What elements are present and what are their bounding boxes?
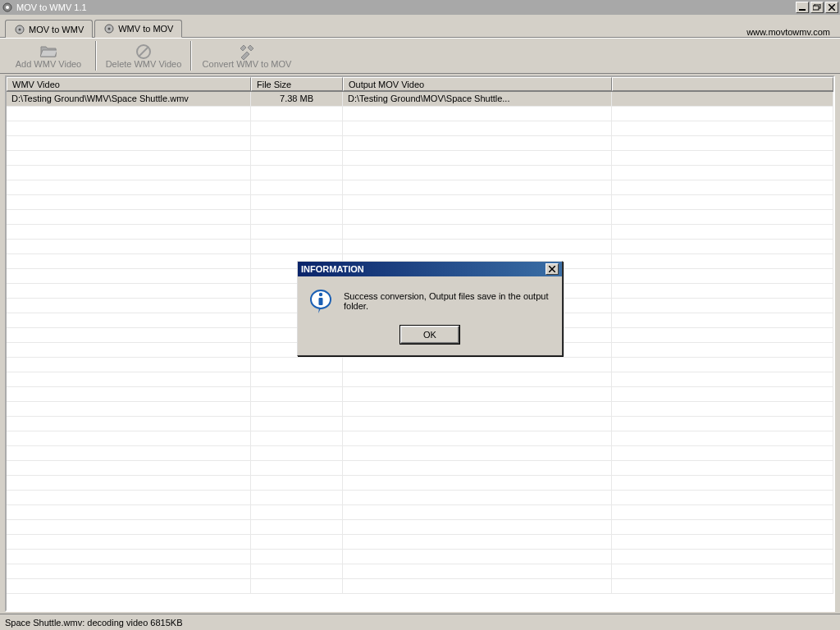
minimize-button[interactable]: [796, 2, 809, 13]
cell: [251, 136, 343, 150]
table-row: [7, 550, 833, 564]
table-row: [7, 372, 833, 387]
cell: [251, 372, 343, 386]
cell: [251, 402, 343, 416]
cell: [343, 535, 612, 549]
cell: [7, 151, 251, 165]
cell: [343, 180, 612, 194]
cell: [612, 461, 833, 475]
cell: [612, 476, 833, 490]
column-header-file-size[interactable]: File Size: [251, 77, 343, 91]
reel-icon: [14, 24, 25, 35]
cell: [343, 225, 612, 239]
cell: [251, 195, 343, 209]
cell: [612, 358, 833, 372]
cell: [251, 210, 343, 224]
dialog-body: Success conversion, Output files save in…: [298, 276, 562, 319]
cell: [612, 535, 833, 549]
delete-wmv-button[interactable]: Delete WMV Video: [98, 39, 189, 72]
cell: [7, 476, 251, 490]
cell: [7, 166, 251, 180]
information-dialog: INFORMATION Success conversion, Output f…: [297, 261, 563, 356]
dialog-close-button[interactable]: [546, 263, 559, 275]
column-header-wmv-video[interactable]: WMV Video: [7, 77, 251, 91]
cell: [343, 564, 612, 578]
cell: [7, 387, 251, 401]
cell: [343, 210, 612, 224]
grid-header: WMV Video File Size Output MOV Video: [7, 77, 833, 92]
close-button[interactable]: [825, 2, 838, 13]
cell: [343, 402, 612, 416]
convert-wmv-button[interactable]: Convert WMV to MOV: [194, 39, 300, 72]
cell: [7, 579, 251, 593]
svg-line-12: [139, 47, 148, 57]
cell: [612, 151, 833, 165]
cell: [612, 387, 833, 401]
table-row: [7, 564, 833, 579]
table-row: [7, 180, 833, 195]
tab-wmv-to-mov[interactable]: WMV to MOV: [94, 20, 182, 38]
cell: [612, 180, 833, 194]
cell: [343, 121, 612, 135]
cell: [7, 328, 251, 342]
toolbar: Add WMV Video Delete WMV Video Convert W…: [0, 38, 840, 74]
cell: [7, 505, 251, 519]
cell: [7, 372, 251, 386]
cell: [343, 358, 612, 372]
cell: [7, 299, 251, 313]
cell: [343, 476, 612, 490]
cell: [343, 491, 612, 504]
cell: [251, 225, 343, 239]
table-row: [7, 210, 833, 225]
tabstrip: MOV to WMV WMV to MOV www.movtowmv.com: [0, 15, 840, 38]
dialog-buttons: OK: [298, 319, 562, 355]
titlebar: MOV to WMV 1.1: [0, 0, 840, 15]
cell: [7, 284, 251, 298]
toolbar-label: Add WMV Video: [16, 59, 82, 69]
table-row: [7, 520, 833, 535]
column-header-output-mov[interactable]: Output MOV Video: [343, 77, 612, 91]
tab-mov-to-wmv[interactable]: MOV to WMV: [5, 20, 93, 38]
restore-button[interactable]: [810, 2, 824, 13]
cell: [612, 92, 833, 106]
vendor-url: www.movtowmv.com: [746, 27, 830, 37]
cell: [612, 431, 833, 445]
cell: [612, 121, 833, 135]
cell: [251, 431, 343, 445]
table-row: [7, 446, 833, 461]
no-entry-icon: [135, 43, 152, 58]
table-row: [7, 240, 833, 254]
toolbar-separator: [95, 41, 97, 71]
cell: [612, 372, 833, 386]
ok-button[interactable]: OK: [400, 326, 459, 344]
cell: [251, 535, 343, 549]
cell: [343, 550, 612, 564]
cell: [343, 151, 612, 165]
cell: [7, 195, 251, 209]
table-row: [7, 358, 833, 372]
table-row: [7, 225, 833, 240]
add-wmv-button[interactable]: Add WMV Video: [3, 39, 94, 72]
cell: [343, 166, 612, 180]
dialog-title: INFORMATION: [301, 264, 546, 274]
column-header-blank[interactable]: [612, 77, 833, 91]
table-row: [7, 195, 833, 210]
cell: [343, 136, 612, 150]
svg-rect-2: [799, 9, 806, 11]
cell: [251, 446, 343, 460]
cell: [251, 550, 343, 564]
table-row[interactable]: D:\Testing Ground\WMV\Space Shuttle.wmv7…: [7, 92, 833, 107]
cell: [612, 269, 833, 283]
toolbar-separator: [190, 41, 192, 71]
cell: [612, 166, 833, 180]
cell: [343, 579, 612, 593]
cell: [7, 121, 251, 135]
cell: [251, 564, 343, 578]
dialog-titlebar[interactable]: INFORMATION: [298, 262, 562, 276]
cell: [612, 195, 833, 209]
cell: [251, 476, 343, 490]
table-row: [7, 121, 833, 136]
table-row: [7, 107, 833, 121]
cell: [612, 210, 833, 224]
cell: [251, 358, 343, 372]
